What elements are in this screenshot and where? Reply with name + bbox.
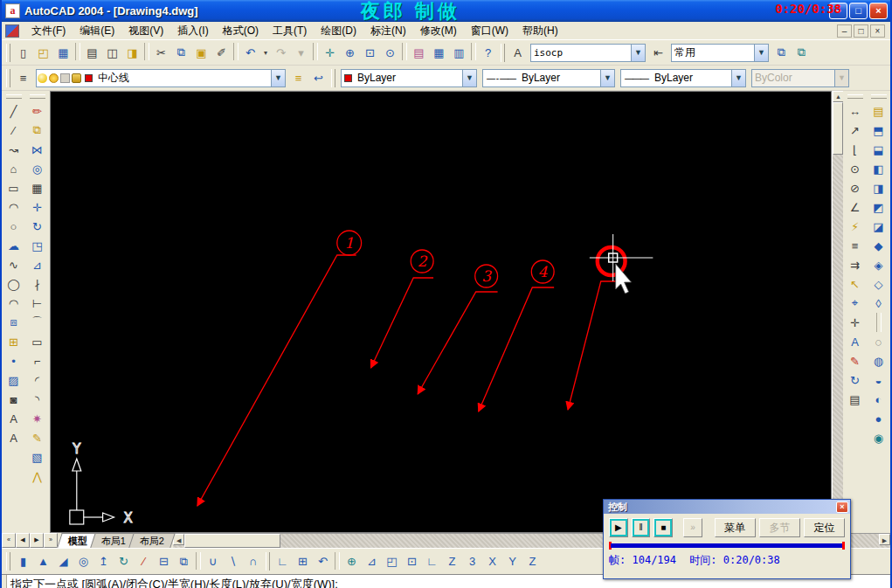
purge-icon[interactable]: ⋀ [27,467,47,486]
diameter-dimension-icon[interactable]: ⊘ [845,178,865,197]
copy-object-icon[interactable]: ⧉ [27,121,47,140]
ucs-icon[interactable]: ∟ [273,552,293,571]
zoom-window-icon[interactable]: ⊡ [360,43,380,62]
toolbar-grip[interactable] [331,69,335,87]
radius-dimension-icon[interactable]: ⊙ [845,159,865,178]
next-tab-button[interactable]: ▶ [30,533,44,548]
color-combo[interactable]: ByLayer ▼ [341,69,477,87]
arc-icon[interactable]: ◠ [3,197,24,217]
intersect-icon[interactable]: ∩ [243,552,263,571]
toolbar-grip[interactable] [266,552,270,571]
close-button[interactable]: × [869,3,888,19]
world-ucs-icon[interactable]: ⊕ [342,552,362,571]
chevron-down-icon[interactable]: ▼ [754,45,768,61]
horizontal-scroll-thumb[interactable] [184,534,280,548]
top-view-icon[interactable]: ⬒ [868,121,889,140]
center-mark-icon[interactable]: ✛ [845,313,865,332]
line-icon[interactable]: ╱ [3,101,24,121]
plot-preview-icon[interactable]: ◫ [102,43,122,62]
layer-combo[interactable]: 中心线 ▼ [36,69,286,87]
layer-previous-icon[interactable]: ↩ [308,68,328,87]
aligned-dimension-icon[interactable]: ↗ [845,121,865,140]
se-isometric-icon[interactable]: ◈ [868,255,889,274]
redo-dropdown-icon[interactable]: ▾ [291,43,311,62]
drawing-canvas[interactable]: Y X 1234 [50,91,832,533]
chevron-down-icon[interactable]: ▼ [731,70,745,86]
ne-isometric-icon[interactable]: ◇ [868,274,889,294]
properties-icon[interactable]: ▤ [409,43,429,62]
cut-icon[interactable]: ✂ [151,43,171,62]
布局2[interactable]: 布局2 [128,533,176,548]
tolerance-icon[interactable]: ⌖ [845,294,865,313]
front-view-icon[interactable]: ◩ [868,197,889,217]
polyline-icon[interactable]: ↝ [3,140,24,159]
undo-icon[interactable]: ↶ [240,43,260,62]
dimension-text-edit-icon[interactable]: A [845,332,865,351]
continue-dimension-icon[interactable]: ⇉ [845,255,865,274]
child-close-button[interactable]: × [870,24,885,38]
paste-icon[interactable]: ▣ [191,43,211,62]
designcenter-icon[interactable]: ▦ [429,43,449,62]
make-block-icon[interactable]: ⊞ [3,332,24,351]
right-view-icon[interactable]: ◨ [868,178,889,197]
sep[interactable] [196,552,201,570]
named-views-icon[interactable]: ▤ [868,101,889,121]
编辑(E)[interactable]: 编辑(E) [73,22,121,40]
fillet-icon[interactable]: ◜ [27,370,47,390]
hatch-icon[interactable]: ▨ [3,370,24,390]
layer-on-bulb-icon[interactable] [38,73,47,83]
cone-icon[interactable]: ▲ [33,552,53,571]
dimension-edit-icon[interactable]: ✎ [845,351,865,370]
edit-polyline-icon[interactable]: ✎ [27,428,47,447]
dim-style-combo[interactable]: 常用 ▼ [671,44,769,62]
undo-dropdown-icon[interactable]: ▾ [260,43,271,62]
layer-lock-icon[interactable] [72,73,81,83]
break-at-point-icon[interactable]: ⌒ [27,313,47,332]
tool-palettes-icon[interactable]: ▥ [449,43,469,62]
toolbar-grip[interactable] [6,69,10,87]
2d-wireframe-icon[interactable]: ◌ [868,332,889,351]
help-icon[interactable]: ? [478,43,498,62]
text-style-combo[interactable]: isocp ▼ [530,44,646,62]
layer-freeze-sun-icon[interactable] [49,73,59,83]
sep[interactable] [471,43,476,60]
lineweight-combo[interactable]: ——— ByLayer ▼ [620,69,746,87]
vertical-scroll-thumb[interactable] [833,102,843,155]
bottom-view-icon[interactable]: ⬓ [868,140,889,159]
object-ucs-icon[interactable]: ⊿ [362,552,382,571]
toolbar-grip[interactable] [871,94,887,99]
z-rotate-ucs-icon[interactable]: Z [522,552,543,571]
插入(I)[interactable]: 插入(I) [170,22,215,40]
open-icon[interactable]: ◰ [33,43,53,62]
nw-isometric-icon[interactable]: ◊ [868,294,889,313]
torus-icon[interactable]: ◎ [73,552,93,571]
toolbar-grip[interactable] [501,44,505,62]
sep[interactable] [144,43,149,60]
polygon-icon[interactable]: ⌂ [3,159,24,178]
linetype-combo[interactable]: — - —— ByLayer ▼ [482,69,615,87]
dimension-update-icon[interactable]: ↻ [845,370,865,390]
toolbar-grip[interactable] [6,44,10,62]
text-style-manager-icon[interactable]: A [508,43,528,62]
quick-dimension-icon[interactable]: ⚡ [845,217,865,236]
chevron-down-icon[interactable]: ▼ [462,70,476,86]
first-tab-button[interactable]: « [2,533,16,548]
text-icon[interactable]: A [3,428,24,447]
zoom-previous-icon[interactable]: ⊙ [380,43,400,62]
menu-button[interactable]: 菜单 [715,518,756,537]
insert-block-icon[interactable]: ⧈ [3,313,24,332]
pause-button[interactable]: ‖ [632,518,651,537]
layer-viewport-freeze-icon[interactable] [60,73,70,83]
linear-dimension-icon[interactable]: ↔ [845,101,865,121]
3point-ucs-icon[interactable]: 3 [462,552,482,571]
publish-icon[interactable]: ◨ [122,43,142,62]
ordinate-dimension-icon[interactable]: ⌊ [845,140,865,159]
wedge-icon[interactable]: ◢ [53,552,73,571]
app-icon[interactable]: a [5,3,20,18]
play-button[interactable]: ▶ [609,518,628,537]
mirror-icon[interactable]: ⋈ [27,140,47,159]
sep[interactable] [313,43,318,60]
slice-icon[interactable]: ∕ [134,552,154,571]
control-close-button[interactable]: × [836,502,848,513]
layer-translate-icon[interactable]: ⧉ [792,43,812,62]
